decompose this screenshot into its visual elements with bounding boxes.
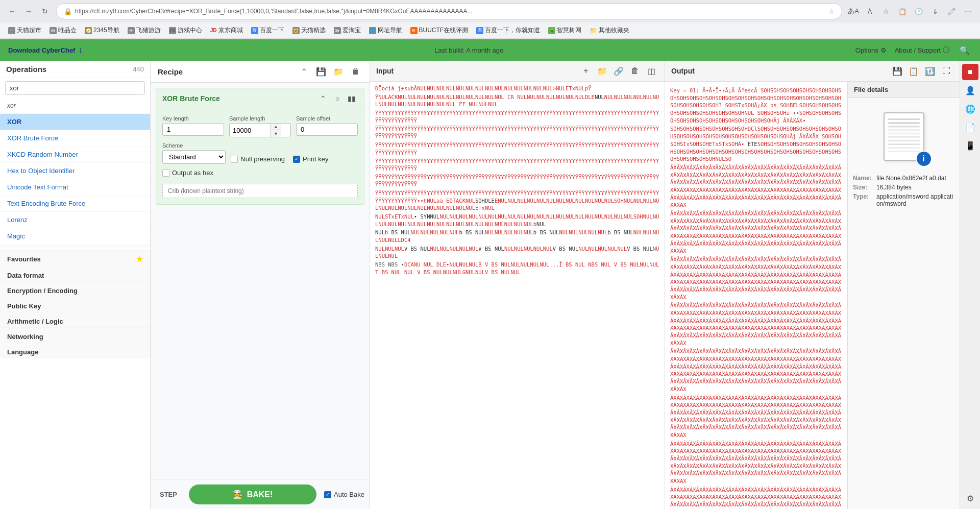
input-grid-button[interactable]: ◫ (644, 64, 658, 78)
auto-bake-label[interactable]: Auto Bake (324, 491, 364, 498)
input-clear-button[interactable]: 🗑 (628, 64, 642, 78)
input-file-button[interactable]: 📁 (595, 64, 609, 78)
more-button[interactable]: ⋯ (961, 4, 975, 18)
sidebar-section-networking[interactable]: Networking (0, 328, 150, 343)
bookmark-button[interactable]: ☆ (879, 4, 893, 18)
collections-button[interactable]: 📋 (895, 4, 910, 18)
bookmark-baidu[interactable]: 百 百度一下 (248, 25, 287, 36)
sidebar-item-hex-to-oid[interactable]: Hex to Object Identifier (0, 163, 150, 179)
recipe-panel: Recipe ⌃ 💾 📁 🗑 XOR Brute Force ⌃ ○ ▮▮ (151, 61, 370, 509)
extensions-button[interactable]: 🧷 (944, 4, 959, 18)
bookmark-label-baidu2: 百度一下，你就知道 (485, 26, 540, 35)
sidebar-item-xor[interactable]: XOR (0, 114, 150, 130)
sample-length-decrement-button[interactable]: ▼ (271, 130, 281, 137)
output-maximize-button[interactable]: ⛶ (939, 64, 953, 78)
output-save-button[interactable]: 💾 (890, 64, 904, 78)
op-card-disable-button[interactable]: ○ (331, 92, 344, 105)
sample-length-input[interactable] (230, 125, 271, 136)
output-key-line: Key = 01: Ã•Ã•Ï••Ã¡Ã ÃºescÃ SOHSOHSOHSOH… (670, 87, 842, 124)
translate-button[interactable]: あA (846, 4, 861, 18)
auto-bake-checkbox[interactable] (324, 491, 331, 498)
crib-input[interactable] (162, 184, 358, 198)
bookmark-tianmao[interactable]: 🛒 天猫超市 (5, 25, 44, 36)
sidebar-item-xor-brute-force[interactable]: XOR Brute Force (0, 130, 150, 147)
input-content[interactable]: ĐÏocià j±subÃNULNULNULNULNULNULNULNULNUL… (370, 82, 665, 509)
bookmark-buuctf[interactable]: B BUUCTF在线评测 (407, 25, 472, 36)
browser-action-buttons: あA À ☆ 📋 🕐 ⇓ 🧷 ⋯ (846, 4, 975, 18)
right-sidebar-btn-4[interactable]: 📱 (962, 137, 978, 154)
right-sidebar-btn-1[interactable]: 👤 (962, 82, 978, 99)
null-preserving-checkbox[interactable] (231, 156, 238, 163)
recipe-save-button[interactable]: 💾 (314, 65, 328, 78)
download-manager-button[interactable]: ⇓ (928, 4, 942, 18)
file-type-row: Type: application/msword application/msw… (853, 193, 954, 207)
recipe-delete-button[interactable]: 🗑 (349, 65, 362, 78)
bake-button[interactable]: 👨‍🍳 BAKE! (189, 484, 316, 504)
sidebar-item-xkcd[interactable]: XKCD Random Number (0, 147, 150, 163)
bookmark-tmall[interactable]: 🐱 天猫精选 (289, 25, 329, 36)
output-copy-button[interactable]: 📋 (906, 64, 921, 78)
step-button[interactable]: STEP (156, 489, 181, 500)
about-button[interactable]: About / Support ⓘ (895, 45, 949, 55)
history-button[interactable]: 🕐 (912, 4, 926, 18)
download-cyberchef-button[interactable]: Download CyberChef ↓ (8, 45, 82, 55)
bookmark-zhihuishu[interactable]: 🌳 智慧树网 (545, 25, 584, 36)
bookmark-taobao[interactable]: 🛍 爱淘宝 (331, 25, 364, 36)
op-card-up-button[interactable]: ⌃ (317, 92, 329, 105)
bookmark-vip[interactable]: 🛍 唯品会 (46, 25, 80, 36)
read-mode-button[interactable]: À (863, 4, 877, 18)
address-bar[interactable]: 🔒 https://ctf.mzy0.com/CyberChef3/#recip… (56, 3, 842, 19)
file-icon-container: i (878, 108, 929, 164)
sample-offset-input[interactable] (296, 123, 358, 136)
input-add-button[interactable]: + (579, 64, 593, 78)
sample-length-increment-button[interactable]: ▲ (271, 124, 281, 130)
output-as-hex-checkbox[interactable] (162, 169, 169, 177)
options-button[interactable]: Options ⚙ (855, 46, 887, 54)
recipe-folder-button[interactable]: 📁 (332, 65, 345, 78)
sample-length-label: Sample length (229, 115, 291, 122)
right-sidebar-btn-2[interactable]: 🌐 (962, 101, 978, 117)
null-preserving-checkbox-label[interactable]: Null preserving (231, 155, 285, 163)
scheme-select[interactable]: Standard (162, 150, 226, 164)
file-details-header: File details (848, 82, 960, 98)
global-search-button[interactable]: 🔍 (958, 43, 972, 57)
bookmark-label-others: 其他收藏夹 (599, 26, 629, 35)
sidebar-item-magic[interactable]: Magic (0, 228, 150, 245)
forward-button[interactable]: → (21, 4, 36, 18)
sidebar-section-language[interactable]: Language (0, 343, 150, 358)
input-line-9: NULSTxETxNUL• SYNNULNULNULNULNULNULNULNU… (375, 213, 659, 228)
sidebar-section-favourites[interactable]: Favourites ★ (0, 249, 150, 266)
sidebar-search-box (0, 78, 150, 98)
bookmark-baidu2[interactable]: 百 百度一下，你就知道 (473, 25, 543, 36)
sidebar-section-encryption-encoding[interactable]: Encryption / Encoding (0, 282, 150, 297)
sidebar-item-text-encoding-brute[interactable]: Text Encoding Brute Force (0, 196, 150, 212)
recipe-collapse-button[interactable]: ⌃ (297, 65, 310, 78)
sidebar-item-lorenz[interactable]: Lorenz (0, 212, 150, 228)
right-sidebar-settings-button[interactable]: ⚙ (962, 490, 978, 506)
bookmark-jd[interactable]: JD 京东商城 (207, 25, 246, 36)
back-button[interactable]: ← (5, 4, 19, 18)
output-replace-button[interactable]: 🔃 (923, 64, 937, 78)
bake-icon: 👨‍🍳 (233, 490, 243, 499)
print-key-checkbox-label[interactable]: Print key (293, 155, 329, 163)
bookmark-games[interactable]: 🎮 游戏中心 (166, 25, 205, 36)
sidebar-section-data-format[interactable]: Data format (0, 266, 150, 282)
file-type-value: application/msword application/msword (876, 193, 954, 207)
sidebar-section-arithmetic[interactable]: Arithmetic / Logic (0, 312, 150, 328)
right-sidebar-red-button[interactable]: ■ (962, 64, 978, 80)
bookmark-2345[interactable]: 🧭 2345导航 (82, 25, 122, 36)
print-key-checkbox[interactable] (293, 156, 300, 163)
key-length-input[interactable] (162, 123, 224, 136)
output-as-hex-checkbox-label[interactable]: Output as hex (162, 169, 213, 177)
sidebar-item-unicode-text-format[interactable]: Unicode Text Format (0, 179, 150, 196)
reload-button[interactable]: ↻ (38, 4, 52, 18)
bookmark-others[interactable]: 📁 其他收藏夹 (586, 25, 632, 36)
sidebar-search-input[interactable] (5, 81, 145, 95)
public-key-label: Public Key (7, 302, 41, 310)
bookmark-fliggy[interactable]: ✈ 飞猪旅游 (125, 25, 164, 36)
sidebar-section-public-key[interactable]: Public Key (0, 297, 150, 312)
bookmark-nav[interactable]: 🌐 网址导航 (366, 25, 405, 36)
input-link-button[interactable]: 🔗 (611, 64, 626, 78)
right-sidebar-btn-3[interactable]: 📄 (962, 119, 978, 135)
op-card-pause-button[interactable]: ▮▮ (346, 92, 358, 105)
